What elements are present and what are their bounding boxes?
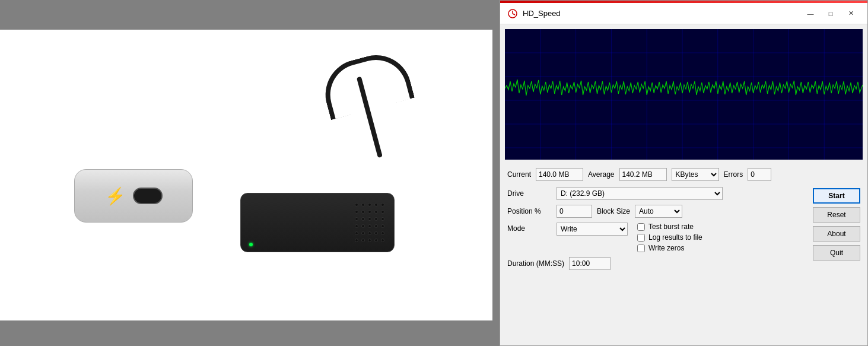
left-controls: Drive D: (232.9 GB) C: (100.0 GB) Positi… [507,187,808,270]
hub-device [217,74,418,276]
hd-speed-window: HD_Speed — □ ✕ [500,0,868,346]
reset-button[interactable]: Reset [813,207,860,223]
stats-row: Current Average KBytes MBytes GBytes Err… [500,164,867,185]
errors-label: Errors [724,170,743,179]
duration-input[interactable] [569,257,611,270]
speed-chart [505,29,863,160]
device-image: ⚡ [0,30,492,320]
blocksize-label: Block Size [597,207,630,215]
drive-select[interactable]: D: (232.9 GB) C: (100.0 GB) [557,187,723,200]
hub-vents [355,203,384,242]
quit-button[interactable]: Quit [813,245,860,261]
start-button[interactable]: Start [813,188,860,204]
test-burst-label: Test burst rate [648,223,694,231]
title-bar: HD_Speed — □ ✕ [500,3,867,24]
usb-c-port [133,188,163,204]
test-burst-checkbox[interactable] [637,223,645,231]
current-label: Current [507,170,531,179]
left-panel: ⚡ [0,0,495,346]
write-zeros-row: Write zeros [637,244,702,252]
thunderbolt-icon: ⚡ [105,186,126,206]
errors-value [748,168,771,181]
app-icon [507,8,518,19]
log-results-checkbox[interactable] [637,234,645,242]
right-buttons: Start Reset About Quit [813,187,860,270]
window-title: HD_Speed [523,9,801,18]
window-controls: — □ ✕ [801,7,860,21]
thunderbolt-device: ⚡ [74,128,193,223]
drive-row: Drive D: (232.9 GB) C: (100.0 GB) [507,187,808,200]
position-label: Position % [507,207,552,215]
minimize-button[interactable]: — [801,7,820,21]
log-results-label: Log results to file [648,233,702,242]
svg-rect-3 [505,29,863,160]
average-value [619,168,667,181]
hub-body [240,193,395,252]
position-row: Position % Block Size Auto 512 1K 4K 64K… [507,205,808,218]
close-button[interactable]: ✕ [841,7,860,21]
svg-line-2 [513,14,515,15]
current-value [536,168,583,181]
duration-row: Duration (MM:SS) [507,257,808,270]
write-zeros-checkbox[interactable] [637,245,645,252]
mode-row: Mode Write Read Test burst rate Log resu… [507,223,808,252]
log-results-row: Log results to file [637,233,702,242]
test-burst-row: Test burst rate [637,223,702,231]
about-button[interactable]: About [813,226,860,242]
mode-label: Mode [507,223,552,233]
write-zeros-label: Write zeros [648,244,684,252]
average-label: Average [588,170,614,179]
hub-cable [357,77,383,158]
main-controls: Drive D: (232.9 GB) C: (100.0 GB) Positi… [500,185,867,272]
blocksize-select[interactable]: Auto 512 1K 4K 64K 1M [635,205,682,218]
hub-led [249,243,253,246]
drive-label: Drive [507,189,552,198]
unit-select[interactable]: KBytes MBytes GBytes [672,168,719,181]
checkboxes-group: Test burst rate Log results to file Writ… [637,223,702,252]
position-input[interactable] [557,205,592,218]
duration-label: Duration (MM:SS) [507,259,564,268]
mode-select[interactable]: Write Read [557,223,628,236]
maximize-button[interactable]: □ [821,7,840,21]
